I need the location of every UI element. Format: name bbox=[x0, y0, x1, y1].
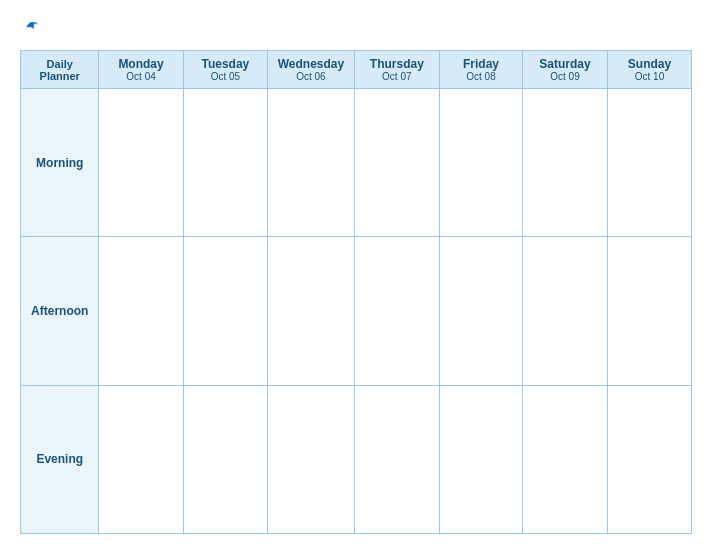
header-col-tue: TuesdayOct 05 bbox=[183, 51, 267, 89]
cell-evening-mon[interactable] bbox=[99, 385, 183, 533]
row-evening: Evening bbox=[21, 385, 692, 533]
cell-morning-tue[interactable] bbox=[183, 89, 267, 237]
header-day-mon: Monday bbox=[103, 57, 178, 71]
header-date-sat: Oct 09 bbox=[527, 71, 603, 82]
time-label-morning: Morning bbox=[21, 89, 99, 237]
cell-evening-sat[interactable] bbox=[523, 385, 608, 533]
cell-afternoon-sun[interactable] bbox=[607, 237, 691, 385]
cell-morning-mon[interactable] bbox=[99, 89, 183, 237]
row-morning: Morning bbox=[21, 89, 692, 237]
header-date-thu: Oct 07 bbox=[359, 71, 435, 82]
header-day-tue: Tuesday bbox=[188, 57, 263, 71]
cell-evening-tue[interactable] bbox=[183, 385, 267, 533]
cell-morning-fri[interactable] bbox=[439, 89, 522, 237]
header-col-sat: SaturdayOct 09 bbox=[523, 51, 608, 89]
cell-morning-thu[interactable] bbox=[354, 89, 439, 237]
cell-evening-thu[interactable] bbox=[354, 385, 439, 533]
header-label-day2: Planner bbox=[25, 70, 94, 82]
table-header-row: DailyPlannerMondayOct 04TuesdayOct 05Wed… bbox=[21, 51, 692, 89]
time-label-evening: Evening bbox=[21, 385, 99, 533]
header bbox=[20, 18, 692, 36]
logo-bird-icon bbox=[23, 18, 39, 34]
cell-evening-wed[interactable] bbox=[268, 385, 355, 533]
cell-afternoon-wed[interactable] bbox=[268, 237, 355, 385]
header-day-sun: Sunday bbox=[612, 57, 687, 71]
header-col-thu: ThursdayOct 07 bbox=[354, 51, 439, 89]
header-day-fri: Friday bbox=[444, 57, 518, 71]
header-date-wed: Oct 06 bbox=[272, 71, 350, 82]
planner-table: DailyPlannerMondayOct 04TuesdayOct 05Wed… bbox=[20, 50, 692, 534]
header-date-tue: Oct 05 bbox=[188, 71, 263, 82]
logo-area bbox=[20, 18, 41, 34]
header-label-day1: Daily bbox=[25, 58, 94, 70]
header-day-thu: Thursday bbox=[359, 57, 435, 71]
cell-afternoon-mon[interactable] bbox=[99, 237, 183, 385]
header-col-fri: FridayOct 08 bbox=[439, 51, 522, 89]
cell-morning-sun[interactable] bbox=[607, 89, 691, 237]
cell-afternoon-fri[interactable] bbox=[439, 237, 522, 385]
header-col-mon: MondayOct 04 bbox=[99, 51, 183, 89]
cell-afternoon-tue[interactable] bbox=[183, 237, 267, 385]
logo-text bbox=[20, 18, 41, 34]
header-day-wed: Wednesday bbox=[272, 57, 350, 71]
header-col-wed: WednesdayOct 06 bbox=[268, 51, 355, 89]
header-day-sat: Saturday bbox=[527, 57, 603, 71]
cell-evening-fri[interactable] bbox=[439, 385, 522, 533]
cell-afternoon-thu[interactable] bbox=[354, 237, 439, 385]
header-col-label: DailyPlanner bbox=[21, 51, 99, 89]
row-afternoon: Afternoon bbox=[21, 237, 692, 385]
header-date-sun: Oct 10 bbox=[612, 71, 687, 82]
header-date-fri: Oct 08 bbox=[444, 71, 518, 82]
header-col-sun: SundayOct 10 bbox=[607, 51, 691, 89]
cell-morning-sat[interactable] bbox=[523, 89, 608, 237]
header-date-mon: Oct 04 bbox=[103, 71, 178, 82]
cell-morning-wed[interactable] bbox=[268, 89, 355, 237]
cell-evening-sun[interactable] bbox=[607, 385, 691, 533]
cell-afternoon-sat[interactable] bbox=[523, 237, 608, 385]
page: DailyPlannerMondayOct 04TuesdayOct 05Wed… bbox=[0, 0, 712, 550]
time-label-afternoon: Afternoon bbox=[21, 237, 99, 385]
